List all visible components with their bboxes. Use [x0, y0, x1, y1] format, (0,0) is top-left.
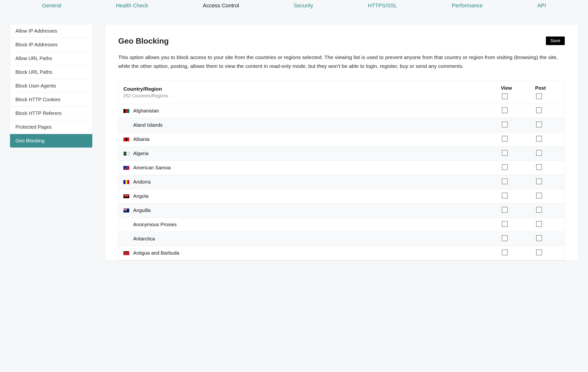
- checkbox-post[interactable]: [536, 122, 542, 127]
- flag-icon: [123, 152, 129, 156]
- top-tabs: General Health Check Access Control Secu…: [0, 0, 588, 14]
- table-row: Albania: [118, 132, 564, 147]
- tab-general[interactable]: General: [41, 0, 63, 9]
- flag-icon: [123, 223, 129, 227]
- flag-icon: [123, 180, 129, 184]
- checkbox-view-all[interactable]: [502, 93, 508, 99]
- checkbox-post-all[interactable]: [536, 93, 542, 99]
- checkbox-view[interactable]: [502, 178, 508, 184]
- checkbox-post[interactable]: [536, 164, 542, 170]
- page-description: This option allows you to block access t…: [118, 53, 565, 70]
- table-row: Anguilla: [118, 203, 564, 218]
- checkbox-post[interactable]: [536, 221, 542, 227]
- country-name: Aland Islands: [133, 122, 163, 128]
- checkbox-view[interactable]: [502, 122, 508, 127]
- checkbox-view[interactable]: [502, 136, 508, 142]
- flag-icon: [123, 251, 129, 255]
- flag-icon: [123, 123, 129, 127]
- checkbox-view[interactable]: [502, 249, 508, 255]
- flag-icon: [123, 209, 129, 212]
- flag-icon: [123, 109, 129, 113]
- tab-access-control[interactable]: Access Control: [201, 0, 241, 9]
- checkbox-view[interactable]: [502, 193, 508, 198]
- country-count-label: 252 Countries/Regions: [123, 93, 501, 99]
- checkbox-post[interactable]: [536, 207, 542, 213]
- country-name: American Samoa: [133, 165, 171, 171]
- tab-https-ssl[interactable]: HTTPS/SSL: [366, 0, 399, 9]
- flag-icon: [123, 237, 129, 241]
- flag-icon: [123, 166, 129, 170]
- checkbox-post[interactable]: [536, 136, 542, 142]
- table-row: American Samoa: [118, 161, 564, 175]
- country-name: Afghanistan: [133, 108, 159, 114]
- country-name: Anonymous Proxies: [133, 222, 177, 227]
- country-name: Anguilla: [133, 208, 151, 213]
- country-name: Algeria: [133, 151, 148, 156]
- country-name: Antarctica: [133, 236, 155, 242]
- country-name: Albania: [133, 136, 150, 142]
- sidebar-item-block-url[interactable]: Block URL Paths: [10, 65, 92, 79]
- checkbox-post[interactable]: [536, 249, 542, 255]
- sidebar-item-allow-ip[interactable]: Allow IP Addresses: [10, 24, 92, 38]
- table-row: Antarctica: [118, 232, 564, 246]
- checkbox-post[interactable]: [536, 193, 542, 198]
- table-row: Anonymous Proxies: [118, 218, 564, 232]
- col-header-post: Post: [535, 85, 546, 91]
- tab-api[interactable]: API: [536, 0, 547, 9]
- sidebar-item-protected-pages[interactable]: Protected Pages: [10, 120, 92, 134]
- sidebar-item-block-ip[interactable]: Block IP Addresses: [10, 38, 92, 52]
- sidebar-item-block-referers[interactable]: Block HTTP Referers: [10, 107, 92, 120]
- sidebar-item-block-user-agents[interactable]: Block User-Agents: [10, 79, 92, 93]
- sidebar: Allow IP Addresses Block IP Addresses Al…: [10, 24, 93, 148]
- flag-icon: [123, 194, 129, 198]
- checkbox-post[interactable]: [536, 107, 542, 113]
- tab-health-check[interactable]: Health Check: [114, 0, 150, 9]
- checkbox-view[interactable]: [502, 235, 508, 241]
- checkbox-view[interactable]: [502, 150, 508, 156]
- table-header: Country/Region 252 Countries/Regions Vie…: [118, 81, 564, 104]
- tab-performance[interactable]: Performance: [450, 0, 484, 9]
- col-header-view: View: [501, 85, 512, 91]
- checkbox-view[interactable]: [502, 207, 508, 213]
- col-header-country: Country/Region: [123, 86, 501, 92]
- main-panel: Geo Blocking Save This option allows you…: [105, 24, 578, 261]
- checkbox-view[interactable]: [502, 221, 508, 227]
- table-row: Antigua and Barbuda: [118, 246, 564, 260]
- table-row: Aland Islands: [118, 118, 564, 132]
- sidebar-item-geo-blocking[interactable]: Geo Blocking: [10, 134, 92, 148]
- checkbox-post[interactable]: [536, 178, 542, 184]
- country-name: Andorra: [133, 179, 151, 185]
- table-row: Andorra: [118, 175, 564, 189]
- geo-table: Country/Region 252 Countries/Regions Vie…: [118, 81, 565, 260]
- checkbox-post[interactable]: [536, 150, 542, 156]
- flag-icon: [123, 137, 129, 141]
- checkbox-view[interactable]: [502, 164, 508, 170]
- country-name: Antigua and Barbuda: [133, 250, 179, 256]
- save-button[interactable]: Save: [546, 37, 565, 45]
- page-title: Geo Blocking: [118, 37, 169, 46]
- table-row: Angola: [118, 189, 564, 203]
- checkbox-view[interactable]: [502, 107, 508, 113]
- table-row: Afghanistan: [118, 104, 564, 118]
- tab-security[interactable]: Security: [292, 0, 315, 9]
- sidebar-item-block-cookies[interactable]: Block HTTP Cookies: [10, 93, 92, 107]
- checkbox-post[interactable]: [536, 235, 542, 241]
- country-name: Angola: [133, 193, 148, 199]
- table-row: Algeria: [118, 147, 564, 161]
- sidebar-item-allow-url[interactable]: Allow URL Paths: [10, 52, 92, 65]
